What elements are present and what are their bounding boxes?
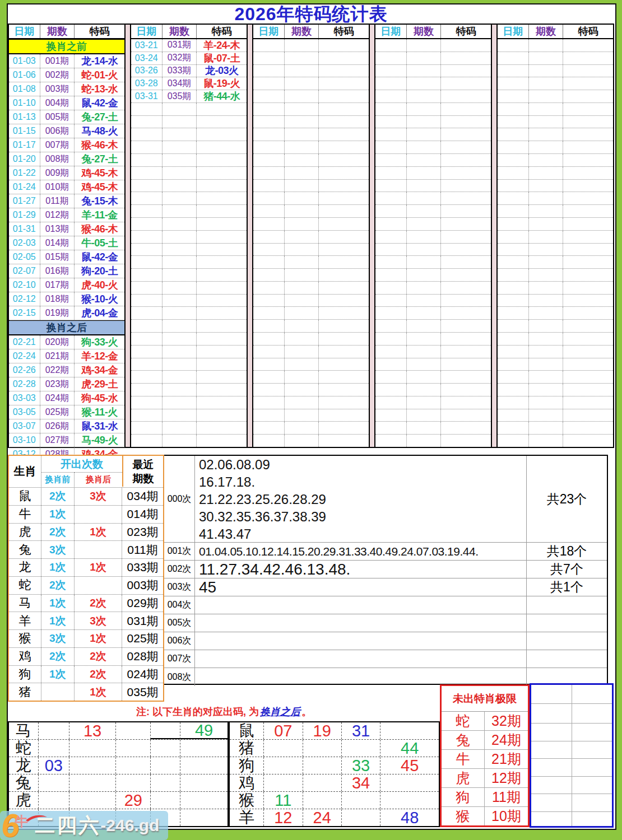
period-cell <box>407 128 442 141</box>
date-cell <box>131 346 163 358</box>
code-cell <box>319 371 369 383</box>
code-cell <box>441 116 491 128</box>
code-column-header: 特码 <box>441 25 491 38</box>
number-cell <box>303 792 342 809</box>
code-cell <box>319 180 369 192</box>
date-cell: 01-20 <box>9 152 40 166</box>
number-cell <box>380 792 439 809</box>
freq-row: 003次45共1个 <box>164 578 607 596</box>
date-cell <box>498 396 529 409</box>
code-cell <box>197 307 247 319</box>
number-cell <box>342 809 380 826</box>
top-table-row: 01-24010期鸡-45-木 <box>9 180 124 194</box>
top-table-row <box>375 269 491 282</box>
stats-recent-cell: 025期 <box>122 630 163 647</box>
freq-label: 008次 <box>164 668 195 686</box>
period-cell <box>407 282 442 294</box>
code-cell: 鸡-45-木 <box>75 166 124 180</box>
code-cell <box>441 333 491 345</box>
stats-after-cell <box>75 541 122 558</box>
code-cell <box>319 422 369 434</box>
top-table-row <box>253 141 369 154</box>
stats-row: 鸡2次2次028期 <box>9 648 163 666</box>
period-cell <box>285 192 319 204</box>
top-table-row <box>131 307 247 320</box>
code-cell <box>563 141 613 153</box>
top-table-row <box>375 282 491 295</box>
top-table-row <box>131 116 247 129</box>
top-table-row <box>375 65 491 78</box>
date-cell <box>498 307 529 319</box>
code-cell <box>441 65 491 77</box>
code-cell <box>563 39 613 52</box>
number-cell <box>39 722 69 739</box>
code-cell: 羊-12-金 <box>75 349 124 363</box>
period-cell <box>407 307 442 319</box>
code-cell <box>197 295 247 307</box>
date-cell <box>375 39 407 52</box>
number-cell: 13 <box>69 722 116 739</box>
top-table-row: 01-13005期兔-27-土 <box>9 110 124 124</box>
code-cell <box>563 320 613 332</box>
code-cell <box>197 128 247 141</box>
code-cell <box>563 384 613 396</box>
code-cell <box>563 154 613 166</box>
code-cell <box>319 269 369 281</box>
period-cell <box>163 256 197 268</box>
top-table-row <box>498 103 613 116</box>
code-cell <box>441 371 491 383</box>
period-column-header: 期数 <box>285 25 319 38</box>
top-table-row <box>131 205 247 218</box>
period-cell <box>163 205 197 217</box>
date-cell <box>498 282 529 294</box>
code-cell: 蛇-13-水 <box>75 82 124 96</box>
freq-row: 001次01.04.05.10.12.14.15.20.29.31.33.40.… <box>164 543 607 561</box>
zodiac-stats-table: 生肖 开出次数 换肖前 换肖后 最近 期数 鼠2次3次034期牛1次014期虎2… <box>8 455 164 702</box>
freq-numbers: 01.04.05.10.12.14.15.20.29.31.33.40.49.2… <box>195 543 527 560</box>
code-cell <box>319 90 369 102</box>
date-cell <box>253 154 285 166</box>
date-cell <box>498 141 529 153</box>
top-table-row <box>253 65 369 78</box>
date-cell <box>498 154 529 166</box>
number-cell: 24 <box>303 809 342 826</box>
period-cell <box>529 192 564 204</box>
top-table-row: 01-27011期兔-15-木 <box>9 194 124 208</box>
code-cell <box>319 154 369 166</box>
top-table-row <box>253 192 369 205</box>
freq-count <box>527 632 607 650</box>
stats-header-recent: 最近 期数 <box>122 456 163 487</box>
code-cell <box>319 77 369 90</box>
code-column-header: 特码 <box>75 25 124 38</box>
group-separator <box>247 25 253 447</box>
code-cell <box>441 154 491 166</box>
number-cell: 11 <box>264 792 303 809</box>
freq-numbers: 11.27.34.42.46.13.48. <box>195 561 527 578</box>
date-cell <box>498 205 529 217</box>
date-column-header: 日期 <box>253 25 285 38</box>
date-cell <box>131 128 163 141</box>
period-cell <box>407 396 442 409</box>
freq-row: 000次02.06.08.0916.17.18.21.22.23.25.26.2… <box>164 456 607 543</box>
date-cell <box>498 346 529 358</box>
number-cell <box>380 774 439 791</box>
top-table-row <box>498 256 613 269</box>
code-cell <box>319 103 369 115</box>
top-table-row <box>375 154 491 167</box>
group-separator <box>124 25 131 447</box>
freq-label: 001次 <box>164 543 195 560</box>
period-cell <box>163 409 197 422</box>
code-cell: 马-48-火 <box>75 124 124 138</box>
code-cell: 牛-05-土 <box>75 236 124 250</box>
code-cell: 鼠-42-金 <box>75 96 124 110</box>
code-cell <box>563 371 613 383</box>
number-cell <box>180 809 228 826</box>
top-table-row <box>253 358 369 371</box>
period-cell: 015期 <box>40 250 75 264</box>
date-cell <box>131 282 163 294</box>
date-cell <box>375 128 407 141</box>
date-cell <box>375 205 407 217</box>
code-cell <box>441 231 491 243</box>
code-cell <box>563 52 613 64</box>
top-table-row <box>253 90 369 103</box>
